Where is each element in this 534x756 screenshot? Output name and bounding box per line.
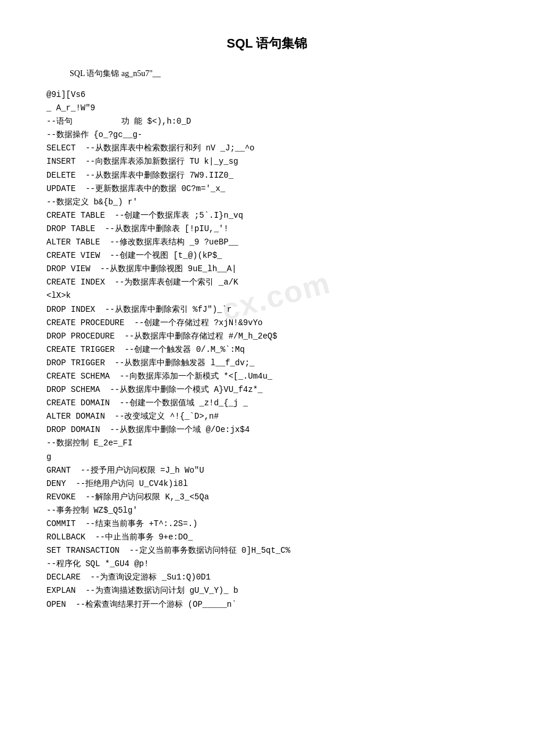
subtitle: SQL 语句集锦 ag_n5u7"__ [70, 69, 488, 79]
page-title: SQL 语句集锦 [46, 35, 488, 52]
content-block: @9i][Vs6 _ A_r_!W"9 --语句 功 能 $<),h:0_D -… [46, 88, 488, 611]
